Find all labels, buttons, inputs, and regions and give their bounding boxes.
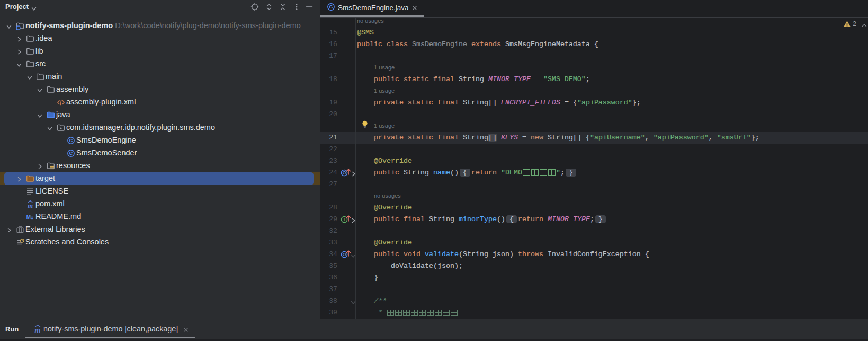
svg-text:I: I	[344, 217, 345, 222]
svg-text:O: O	[343, 170, 346, 176]
svg-text:m: m	[28, 202, 33, 208]
svg-text:M: M	[26, 214, 31, 220]
svg-text:C: C	[69, 150, 73, 156]
svg-text:O: O	[343, 252, 346, 257]
svg-text:C: C	[69, 137, 73, 143]
svg-text:m: m	[34, 326, 40, 334]
svg-text:C: C	[329, 4, 333, 10]
